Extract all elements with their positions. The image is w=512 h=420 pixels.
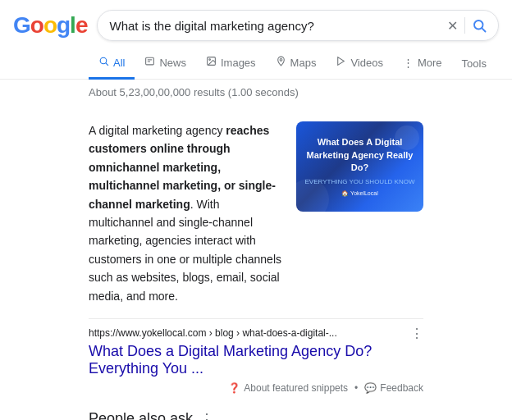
footer-separator: • bbox=[354, 382, 358, 394]
images-icon bbox=[206, 56, 217, 69]
snippet-footer: ❓ About featured snippets • 💬 Feedback bbox=[89, 377, 423, 397]
source-url: https://www.yokellocal.com › blog › what… bbox=[89, 327, 337, 339]
nav-tabs: All News Images Maps Videos ⋮ More Tools bbox=[0, 48, 512, 80]
clear-icon[interactable]: ✕ bbox=[447, 18, 458, 34]
snippet-text-part1: A digital marketing agency bbox=[89, 124, 226, 137]
snippet-image: What Does A Digital Marketing Agency Rea… bbox=[296, 121, 423, 212]
snippet-text-part2: . With multichannel and single-channel m… bbox=[89, 198, 281, 303]
svg-point-2 bbox=[100, 57, 107, 64]
featured-snippet: A digital marketing agency reaches custo… bbox=[89, 108, 423, 319]
videos-icon bbox=[336, 56, 346, 69]
search-input[interactable] bbox=[109, 19, 441, 33]
tab-images[interactable]: Images bbox=[196, 48, 266, 80]
svg-point-9 bbox=[280, 59, 282, 62]
tab-videos-label: Videos bbox=[350, 57, 383, 69]
google-logo: Google bbox=[13, 12, 87, 39]
tab-more[interactable]: ⋮ More bbox=[393, 48, 452, 80]
svg-line-1 bbox=[482, 28, 485, 31]
svg-point-8 bbox=[209, 59, 211, 61]
svg-marker-10 bbox=[338, 57, 345, 66]
feedback-link[interactable]: 💬 Feedback bbox=[364, 382, 423, 394]
results-info: About 5,23,00,00,000 results (1.00 secon… bbox=[0, 80, 512, 105]
paa-title: People also ask bbox=[89, 410, 193, 420]
people-also-ask: People also ask ⋮ What can I expect from… bbox=[89, 397, 423, 420]
question-icon: ❓ bbox=[228, 382, 240, 394]
snippet-image-subtitle: EVERYTHING YOU SHOULD KNOW bbox=[305, 178, 415, 185]
all-icon bbox=[98, 56, 109, 69]
source-line: https://www.yokellocal.com › blog › what… bbox=[89, 326, 423, 341]
tab-news[interactable]: News bbox=[135, 48, 196, 80]
tab-news-label: News bbox=[159, 57, 186, 69]
tab-images-label: Images bbox=[221, 57, 256, 69]
paa-menu-icon[interactable]: ⋮ bbox=[199, 410, 214, 420]
search-button[interactable] bbox=[472, 18, 487, 33]
tab-maps-label: Maps bbox=[290, 57, 317, 69]
about-snippets-label: About featured snippets bbox=[244, 382, 348, 394]
tab-maps[interactable]: Maps bbox=[266, 48, 327, 80]
tab-all[interactable]: All bbox=[89, 48, 135, 80]
tools-tab[interactable]: Tools bbox=[452, 49, 496, 78]
main-content: A digital marketing agency reaches custo… bbox=[0, 105, 512, 420]
result-title-link[interactable]: What Does a Digital Marketing Agency Do?… bbox=[89, 343, 372, 377]
source-menu-icon[interactable]: ⋮ bbox=[410, 326, 423, 341]
svg-line-3 bbox=[106, 63, 108, 66]
feedback-label: Feedback bbox=[380, 382, 423, 394]
more-dots-icon: ⋮ bbox=[403, 57, 414, 69]
snippet-text: A digital marketing agency reaches custo… bbox=[89, 121, 283, 305]
paa-header: People also ask ⋮ bbox=[89, 410, 423, 420]
results-count: About 5,23,00,00,000 results (1.00 secon… bbox=[89, 86, 299, 98]
maps-icon bbox=[276, 56, 286, 69]
search-bar: ✕ bbox=[97, 10, 499, 41]
tab-all-label: All bbox=[113, 57, 125, 69]
feedback-icon: 💬 bbox=[364, 382, 377, 394]
search-divider bbox=[464, 17, 465, 34]
tab-videos[interactable]: Videos bbox=[326, 48, 393, 80]
snippet-image-logo: 🏠 YokelLocal bbox=[341, 190, 377, 197]
about-snippets-link[interactable]: ❓ About featured snippets bbox=[228, 382, 348, 394]
snippet-image-title: What Does A Digital Marketing Agency Rea… bbox=[304, 136, 415, 174]
header: Google ✕ bbox=[0, 0, 512, 48]
news-icon bbox=[144, 56, 155, 69]
tab-more-label: More bbox=[418, 57, 442, 69]
